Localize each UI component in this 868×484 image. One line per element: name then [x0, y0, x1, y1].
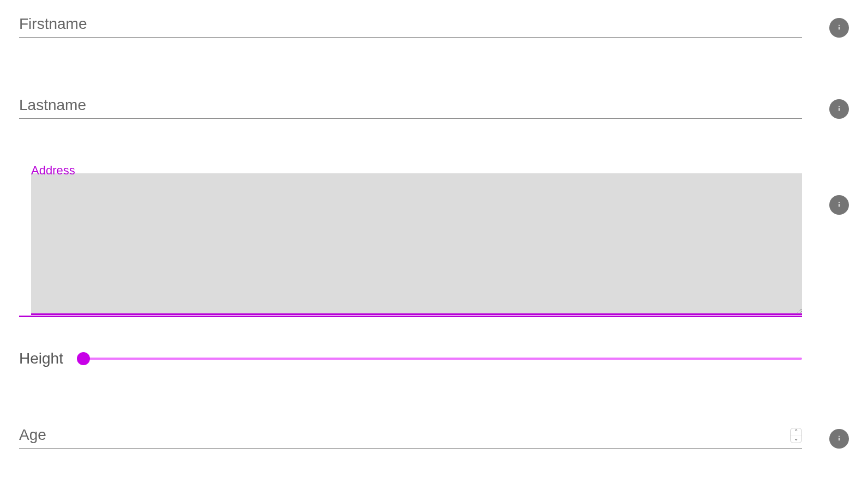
age-input[interactable]	[19, 422, 802, 449]
height-label: Height	[19, 350, 63, 367]
info-icon	[834, 433, 845, 445]
info-icon	[834, 22, 845, 34]
age-step-up-button[interactable]: ⌃	[791, 428, 801, 436]
lastname-input[interactable]	[19, 92, 802, 119]
firstname-field-wrapper	[19, 11, 802, 38]
age-step-down-button[interactable]: ⌄	[791, 435, 801, 443]
age-info-button[interactable]	[829, 429, 849, 449]
lastname-field-wrapper	[19, 92, 802, 119]
height-slider-container	[77, 352, 802, 365]
firstname-info-button[interactable]	[829, 18, 849, 38]
address-label: Address	[31, 164, 75, 178]
height-row: Height	[19, 350, 849, 367]
age-spinner: ⌃ ⌄	[790, 428, 802, 443]
lastname-row	[19, 92, 849, 119]
chevron-down-icon: ⌄	[794, 436, 798, 441]
chevron-up-icon: ⌃	[794, 429, 798, 434]
address-field-wrapper: Address	[19, 173, 802, 317]
address-info-button[interactable]	[829, 195, 849, 215]
firstname-row	[19, 11, 849, 38]
firstname-input[interactable]	[19, 11, 802, 38]
lastname-info-button[interactable]	[829, 99, 849, 119]
info-icon	[834, 103, 845, 116]
info-icon	[834, 199, 845, 211]
age-field-wrapper: ⌃ ⌄	[19, 422, 802, 449]
address-row: Address	[19, 173, 849, 317]
age-row: ⌃ ⌄	[19, 422, 849, 449]
address-textarea[interactable]	[31, 173, 802, 315]
address-underline	[19, 316, 802, 317]
